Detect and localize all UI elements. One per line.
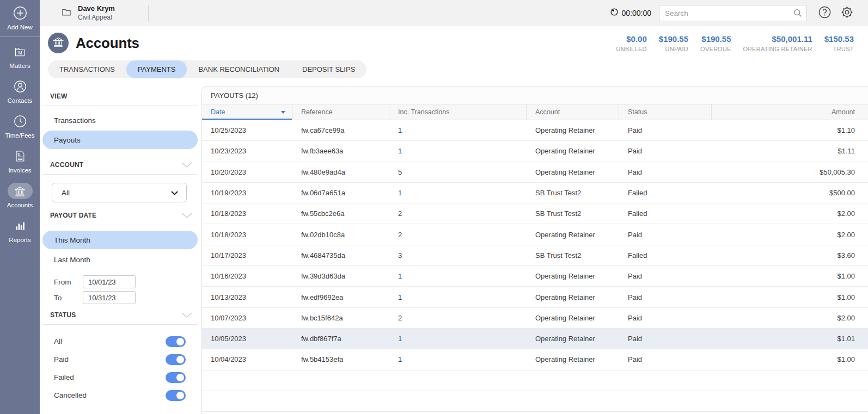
search-icon[interactable] — [793, 8, 803, 20]
main-area: Dave Krym Civil Appeal 00:00:00 — [40, 0, 868, 414]
cell-reference: fw.edf9692ea — [292, 287, 389, 307]
view-option-transactions[interactable]: Transactions — [42, 111, 198, 129]
table-row[interactable]: 10/25/2023 fw.ca67ce99a 1 Operating Reta… — [202, 120, 868, 141]
table-row[interactable]: 10/16/2023 fw.39d3d63da 1 Operating Reta… — [202, 266, 868, 287]
empty-row — [202, 370, 868, 391]
cell-reference: fw.02db10c8a — [292, 224, 389, 244]
cell-amount: $3.60 — [712, 245, 868, 265]
collapse-chevron-icon[interactable] — [181, 312, 192, 318]
table-row[interactable]: 10/05/2023 fw.dbf867f7a 1 Operating Reta… — [202, 329, 868, 349]
table-title: PAYOUTS (12) — [202, 86, 868, 104]
sidebar: Add New M Matters Contacts Time/Fees $ I… — [0, 0, 40, 414]
table-row[interactable]: 10/20/2023 fw.480e9ad4a 5 Operating Reta… — [202, 162, 868, 183]
tab-deposit-slips[interactable]: DEPOSIT SLIPS — [291, 60, 366, 78]
cell-amount: $1.00 — [712, 266, 868, 286]
column-header-status[interactable]: Status — [619, 104, 712, 120]
payout-date-option-last-month[interactable]: Last Month — [42, 250, 198, 269]
cell-inc-transactions: 2 — [389, 203, 527, 224]
tab-bank-reconciliation[interactable]: BANK RECONCILIATION — [187, 60, 291, 78]
sort-desc-icon — [281, 111, 285, 114]
sidebar-item-contacts[interactable]: Contacts — [0, 73, 40, 108]
topbar: Dave Krym Civil Appeal 00:00:00 — [40, 0, 868, 26]
table-row[interactable]: 10/13/2023 fw.edf9692ea 1 Operating Reta… — [202, 287, 868, 307]
table-row[interactable]: 10/17/2023 fw.4684735da 3 SB Trust Test2… — [202, 245, 868, 266]
cell-inc-transactions: 1 — [389, 349, 527, 369]
toggle-switch[interactable] — [166, 354, 186, 365]
cell-reference: fw.4684735da — [292, 245, 389, 265]
from-date-input[interactable] — [83, 275, 136, 288]
collapse-chevron-icon[interactable] — [181, 213, 192, 218]
matter-switcher[interactable]: Dave Krym Civil Appeal — [40, 4, 148, 21]
financial-summary: $0.00 UNBILLED $190.55 UNPAID $190.55 OV… — [616, 33, 854, 52]
settings-button[interactable] — [840, 5, 854, 21]
cell-date: 10/18/2023 — [202, 224, 292, 244]
sidebar-item-reports[interactable]: Reports — [0, 213, 40, 248]
toggle-switch[interactable] — [166, 390, 186, 401]
cell-date: 10/18/2023 — [202, 203, 292, 224]
status-toggle-row-cancelled: Cancelled — [54, 388, 186, 402]
table-row[interactable]: 10/23/2023 fw.fb3aee63a 1 Operating Reta… — [202, 141, 868, 162]
timer-widget[interactable]: 00:00:00 — [610, 8, 652, 18]
column-header-account[interactable]: Account — [527, 104, 619, 120]
cell-inc-transactions: 1 — [389, 329, 527, 349]
table-row[interactable]: 10/18/2023 fw.02db10c8a 2 Operating Reta… — [202, 224, 868, 245]
summary-trust: $150.53 TRUST — [824, 34, 854, 52]
bank-icon — [52, 35, 65, 51]
date-from-row: From — [54, 275, 198, 288]
cell-inc-transactions: 1 — [389, 183, 527, 203]
toggle-knob — [176, 392, 184, 399]
folder-icon — [61, 7, 72, 20]
cell-amount: $50,005.30 — [712, 162, 868, 182]
sidebar-item-invoices[interactable]: $ Invoices — [0, 143, 40, 178]
table-row[interactable]: 10/04/2023 fw.5b4153efa 1 Operating Reta… — [202, 349, 868, 370]
cell-status: Paid — [619, 266, 712, 286]
cell-reference: fw.5b4153efa — [292, 349, 389, 369]
column-header-inc-transactions[interactable]: Inc. Transactions — [389, 104, 527, 120]
bar-chart-icon — [8, 218, 33, 234]
cell-reference: fw.06d7a651a — [292, 183, 389, 203]
toggle-switch[interactable] — [166, 372, 186, 383]
account-select[interactable]: All — [52, 183, 187, 202]
help-button[interactable] — [818, 5, 832, 21]
cell-inc-transactions: 3 — [389, 245, 527, 265]
toggle-knob — [176, 356, 184, 363]
cell-account: Operating Retainer — [527, 141, 619, 161]
toggle-knob — [176, 338, 184, 345]
cell-reference: fw.480e9ad4a — [292, 162, 389, 182]
table-row[interactable]: 10/19/2023 fw.06d7a651a 1 SB Trust Test2… — [202, 183, 868, 203]
table-body: 10/25/2023 fw.ca67ce99a 1 Operating Reta… — [202, 120, 868, 370]
toggle-switch[interactable] — [166, 336, 186, 347]
table-row[interactable]: 10/18/2023 fw.55cbc2e6a 2 SB Trust Test2… — [202, 203, 868, 224]
cell-date: 10/23/2023 — [202, 141, 292, 161]
cell-date: 10/17/2023 — [202, 245, 292, 265]
tab-transactions[interactable]: TRANSACTIONS — [48, 60, 126, 78]
view-option-payouts[interactable]: Payouts — [42, 131, 198, 149]
plus-circle-icon — [8, 5, 33, 21]
sidebar-item-accounts[interactable]: Accounts — [0, 178, 40, 213]
status-toggles: All Paid Failed — [42, 335, 198, 402]
empty-row — [202, 391, 868, 412]
tab-payments[interactable]: PAYMENTS — [126, 60, 187, 78]
gear-icon — [840, 5, 854, 21]
column-header-reference[interactable]: Reference — [292, 104, 389, 120]
column-header-amount[interactable]: Amount — [712, 104, 868, 120]
search-input[interactable] — [659, 5, 807, 21]
cell-reference: fw.39d3d63da — [292, 266, 389, 286]
to-date-input[interactable] — [83, 291, 136, 304]
page-header: Accounts $0.00 UNBILLED $190.55 UNPAID — [40, 26, 868, 60]
sidebar-item-matters[interactable]: M Matters — [0, 39, 40, 73]
svg-text:M: M — [18, 50, 22, 55]
payout-date-option-this-month[interactable]: This Month — [42, 231, 198, 249]
table-row[interactable]: 10/07/2023 fw.bc15f642a 2 Operating Reta… — [202, 308, 868, 329]
sidebar-item-add-new[interactable]: Add New — [0, 0, 40, 37]
view-section-header: VIEW — [42, 86, 198, 106]
cell-account: Operating Retainer — [527, 266, 619, 286]
summary-unpaid: $190.55 UNPAID — [659, 34, 688, 52]
search-box — [659, 5, 807, 21]
sidebar-item-time-fees[interactable]: Time/Fees — [0, 108, 40, 143]
column-header-date[interactable]: Date — [202, 104, 292, 120]
status-section-header: STATUS — [42, 311, 198, 325]
cell-status: Paid — [619, 349, 712, 369]
topbar-divider — [148, 5, 149, 21]
collapse-chevron-icon[interactable] — [181, 162, 192, 168]
